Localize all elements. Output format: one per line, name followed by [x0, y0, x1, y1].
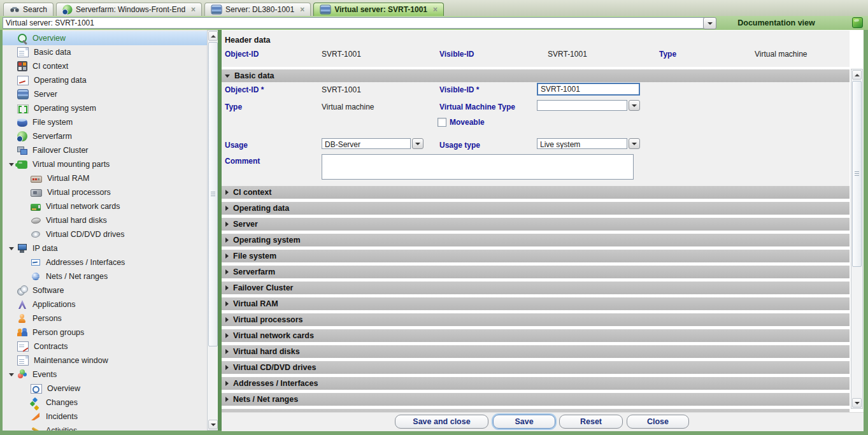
- close-icon[interactable]: ×: [300, 5, 304, 14]
- expander-icon[interactable]: [8, 247, 15, 250]
- tab-serverfarm-windows-front-end[interactable]: Serverfarm: Windows-Front-End ×: [56, 3, 202, 16]
- moveable-checkbox[interactable]: [438, 118, 446, 127]
- tab-bar: Search Serverfarm: Windows-Front-End × S…: [0, 0, 868, 17]
- tab-server-dl380-1001[interactable]: Server: DL380-1001 ×: [204, 3, 311, 16]
- section-virtual-cd-dvd-drives[interactable]: Virtual CD/DVD drives: [222, 361, 850, 374]
- tab-search[interactable]: Search: [3, 3, 53, 16]
- sidebar-item-operating-data[interactable]: Operating data: [3, 73, 207, 87]
- type-label: Type: [659, 50, 676, 59]
- sidebar-item-virtual-processors[interactable]: Virtual processors: [3, 185, 207, 199]
- close-icon[interactable]: ×: [191, 5, 196, 14]
- comment-label: Comment: [225, 157, 260, 166]
- scroll-down-button[interactable]: [852, 398, 862, 408]
- tab-virtual-server-svrt-1001[interactable]: Virtual server: SVRT-1001 ×: [313, 3, 444, 16]
- nic-icon: [31, 204, 41, 211]
- close-icon[interactable]: ×: [433, 5, 438, 14]
- usage-type-dropdown[interactable]: Live system: [537, 138, 640, 149]
- collapsed-sections: CI context Operating data Server Operati…: [222, 186, 850, 412]
- footer-button-bar: Save and close Save Reset Close: [222, 412, 864, 431]
- globe-green-icon: [62, 4, 72, 14]
- sidebar-item-persons[interactable]: Persons: [3, 311, 207, 325]
- object-id-value: SVRT-1001: [322, 50, 361, 59]
- dropdown-arrow-button[interactable]: [629, 100, 640, 111]
- sidebar-item-failover-cluster[interactable]: Failover Cluster: [3, 143, 207, 157]
- sidebar-scrollbar[interactable]: [207, 30, 218, 431]
- expander-icon[interactable]: [8, 373, 15, 376]
- sidebar-item-activities[interactable]: Activities: [3, 424, 207, 431]
- arrow-down-icon: [225, 75, 230, 78]
- magnifier-icon: [17, 33, 27, 43]
- object-selector-dropdown-button[interactable]: [703, 17, 716, 29]
- sidebar-item-changes[interactable]: Changes: [3, 396, 207, 410]
- sidebar-item-virtual-cd-dvd-drives[interactable]: Virtual CD/DVD drives: [3, 227, 207, 241]
- sidebar-item-software[interactable]: Software: [3, 283, 207, 297]
- vm-type-dropdown[interactable]: [537, 100, 640, 111]
- sidebar-item-virtual-network-cards[interactable]: Virtual network cards: [3, 199, 207, 213]
- sidebar-item-file-system[interactable]: File system: [3, 115, 207, 129]
- app-icon: [17, 299, 27, 310]
- cluster-icon: [17, 145, 27, 155]
- section-ci-context[interactable]: CI context: [222, 186, 850, 199]
- section-file-system[interactable]: File system: [222, 250, 850, 262]
- comment-textarea[interactable]: [322, 154, 634, 180]
- sidebar-item-server[interactable]: Server: [3, 87, 207, 101]
- arrow-right-icon: [225, 381, 229, 386]
- section-virtual-ram[interactable]: Virtual RAM: [222, 297, 850, 310]
- sidebar-item-ci-context[interactable]: CI context: [3, 59, 207, 73]
- sidebar-item-applications[interactable]: Applications: [3, 297, 207, 311]
- cds-icon: [17, 285, 27, 296]
- sidebar-item-overview[interactable]: Overview: [3, 31, 207, 45]
- scrollbar-thumb[interactable]: [208, 42, 218, 346]
- main-scrollbar[interactable]: [851, 69, 863, 409]
- scroll-down-button[interactable]: [208, 420, 218, 429]
- sidebar-item-virtual-mounting-parts[interactable]: Virtual mounting parts: [3, 157, 207, 171]
- expander-icon[interactable]: [8, 163, 15, 166]
- sidebar-item-operating-system[interactable]: Operating system: [3, 101, 207, 115]
- section-virtual-network-cards[interactable]: Virtual network cards: [222, 329, 850, 342]
- close-button[interactable]: Close: [627, 415, 689, 429]
- scroll-up-button[interactable]: [852, 70, 862, 80]
- usage-value[interactable]: DB-Server: [322, 138, 411, 149]
- arrow-right-icon: [225, 190, 229, 195]
- usage-type-value[interactable]: Live system: [537, 138, 627, 149]
- sidebar-item-virtual-hard-disks[interactable]: Virtual hard disks: [3, 213, 207, 227]
- scroll-up-button[interactable]: [208, 31, 218, 41]
- scrollbar-thumb[interactable]: [852, 81, 862, 267]
- sidebar-item-person-groups[interactable]: Person groups: [3, 325, 207, 339]
- sidebar-item-virtual-ram[interactable]: Virtual RAM: [3, 171, 207, 185]
- sidebar-item-incidents[interactable]: Incidents: [3, 410, 207, 424]
- dropdown-arrow-button[interactable]: [412, 138, 423, 149]
- sidebar-item-addresses-interfaces[interactable]: Addresses / Interfaces: [3, 255, 207, 269]
- object-selector-input[interactable]: [3, 17, 704, 29]
- reset-button[interactable]: Reset: [559, 415, 623, 429]
- sidebar-item-serverfarm[interactable]: Serverfarm: [3, 129, 207, 143]
- grid-icon: [17, 61, 27, 71]
- object-id-field-value: SVRT-1001: [322, 85, 361, 94]
- sidebar-item-basic-data[interactable]: Basic data: [3, 45, 207, 59]
- section-operating-data[interactable]: Operating data: [222, 202, 850, 215]
- section-basic-data[interactable]: Basic data: [222, 69, 850, 82]
- section-failover-cluster[interactable]: Failover Cluster: [222, 282, 850, 294]
- sidebar-item-nets-net-ranges[interactable]: Nets / Net ranges: [3, 269, 207, 283]
- section-operating-system[interactable]: Operating system: [222, 234, 850, 246]
- sidebar-item-maintenance-window[interactable]: Maintenance window: [3, 353, 207, 367]
- dropdown-arrow-button[interactable]: [629, 138, 640, 149]
- sidebar-item-contracts[interactable]: Contracts: [3, 339, 207, 353]
- sidebar-item-overview[interactable]: Overview: [3, 382, 207, 396]
- section-nets-net-ranges[interactable]: Nets / Net ranges: [222, 393, 850, 406]
- activity-icon: [31, 425, 41, 431]
- section-virtual-hard-disks[interactable]: Virtual hard disks: [222, 345, 850, 358]
- sidebar-item-events[interactable]: Events: [3, 367, 207, 382]
- object-id-field-label: Object-ID *: [225, 85, 264, 94]
- visible-id-input[interactable]: [537, 83, 640, 96]
- sidebar-item-ip-data[interactable]: IP data: [3, 241, 207, 255]
- section-virtual-processors[interactable]: Virtual processors: [222, 313, 850, 326]
- usage-dropdown[interactable]: DB-Server: [322, 138, 423, 149]
- save-button[interactable]: Save: [493, 415, 555, 429]
- save-and-close-button[interactable]: Save and close: [395, 415, 488, 429]
- vm-type-value[interactable]: [537, 100, 627, 111]
- persons-icon: [17, 327, 27, 338]
- section-server[interactable]: Server: [222, 218, 850, 231]
- section-addresses-interfaces[interactable]: Addresses / Interfaces: [222, 377, 850, 390]
- section-serverfarm[interactable]: Serverfarm: [222, 266, 850, 278]
